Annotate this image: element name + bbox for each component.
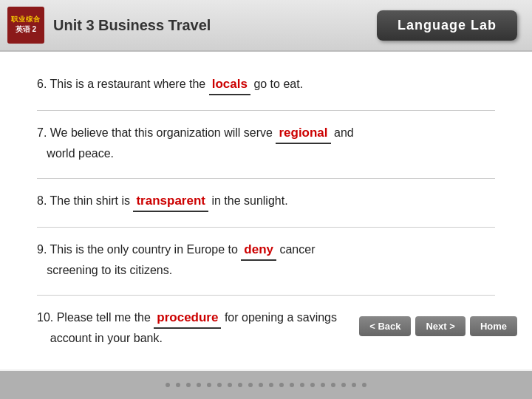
divider-9 — [37, 295, 495, 296]
question-6: 6. This is a restaurant where the locals… — [37, 74, 495, 95]
q8-suffix: in the sunlight. — [211, 194, 287, 207]
q10-answer: procedure — [154, 307, 221, 329]
q9-prefix: 9. This is the only country in Europe to — [37, 243, 241, 256]
logo: 职业综合 英语 2 — [7, 7, 44, 44]
question-7: 7. We believe that this organization wil… — [37, 123, 495, 163]
dot — [341, 383, 346, 387]
dot — [186, 383, 191, 387]
back-button[interactable]: < Back — [359, 316, 411, 336]
q7-answer: regional — [276, 123, 330, 144]
dot — [166, 383, 170, 387]
footer-dots — [0, 371, 532, 399]
dot — [176, 383, 180, 387]
dot — [269, 383, 273, 387]
unit-title: Unit 3 Business Travel — [53, 17, 211, 34]
dot — [352, 383, 356, 387]
dot — [290, 383, 294, 387]
divider-8 — [37, 227, 495, 228]
dot — [238, 383, 242, 387]
q8-prefix: 8. The thin shirt is — [37, 194, 133, 207]
dot — [207, 383, 211, 387]
q8-answer: transparent — [133, 191, 208, 212]
dot — [228, 383, 232, 387]
divider-7 — [37, 178, 495, 179]
dot — [331, 383, 335, 387]
home-button[interactable]: Home — [470, 316, 517, 336]
dot — [197, 383, 201, 387]
dot — [259, 383, 263, 387]
q6-answer: locals — [209, 74, 250, 95]
q10-prefix: 10. Please tell me the — [37, 311, 154, 324]
header: 职业综合 英语 2 Unit 3 Business Travel Languag… — [0, 0, 532, 52]
next-button[interactable]: Next > — [415, 316, 465, 336]
question-9: 9. This is the only country in Europe to… — [37, 239, 495, 280]
header-left: 职业综合 英语 2 Unit 3 Business Travel — [7, 7, 211, 44]
logo-line1: 职业综合 — [11, 16, 41, 24]
language-lab-button[interactable]: Language Lab — [377, 10, 517, 41]
main-content: 6. This is a restaurant where the locals… — [0, 52, 532, 369]
q9-answer: deny — [241, 239, 276, 261]
dot — [217, 383, 222, 387]
dot — [300, 383, 304, 387]
dot — [279, 383, 284, 387]
dot — [310, 383, 315, 387]
question-8: 8. The thin shirt is transparent in the … — [37, 191, 495, 212]
bottom-navigation: < Back Next > Home — [359, 316, 517, 336]
dot — [248, 383, 253, 387]
q7-prefix: 7. We believe that this organization wil… — [37, 126, 276, 139]
dot — [321, 383, 325, 387]
q6-suffix: go to eat. — [253, 78, 303, 90]
logo-line2: 英语 2 — [16, 24, 36, 35]
dot — [362, 383, 366, 387]
q6-number: 6. This is a restaurant where the — [37, 78, 209, 90]
divider-6 — [37, 110, 495, 111]
